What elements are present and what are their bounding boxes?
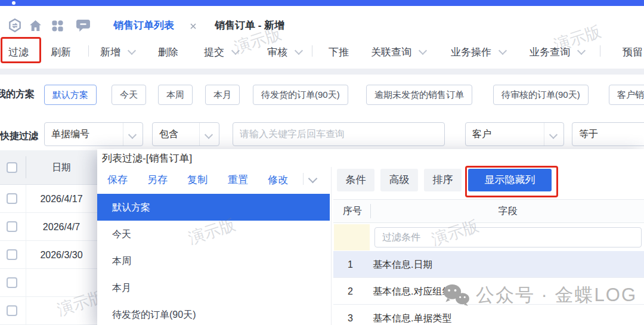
tab-sort[interactable]: 排序 [424,169,462,191]
date-cell: 2026/4/17 [26,185,97,213]
scheme-item-today[interactable]: 今天 [97,221,330,247]
seq-column-header: 序号 [343,200,362,222]
grid-filter-input[interactable] [374,227,642,247]
title-strip [0,0,644,6]
keyword-search-input[interactable] [233,122,445,146]
dialog-title: 列表过滤-[销售订单] [102,151,192,165]
scheme-chip-today[interactable]: 今天 [112,85,146,105]
toolbar-divider [312,45,312,57]
chevron-down-icon [544,123,564,146]
tab-advanced[interactable]: 高级 [380,169,418,191]
copy-button[interactable]: 复制 [187,173,208,187]
scheme-chip-to-audit-90d[interactable]: 待审核的订单(90天) [493,85,589,105]
my-schemes-label: 我的方案 [0,88,35,101]
scheme-chip-to-ship-90d[interactable]: 待发货的订单(90天) [253,85,348,105]
audit-button[interactable]: 审核 [267,45,302,59]
date-column-header: 日期 [26,150,97,185]
operator-select[interactable]: 包含 [152,122,219,146]
tab-show-hide-columns[interactable]: 显示隐藏列 [468,169,552,191]
row-checkbox[interactable] [7,193,17,204]
scheme-item-this-month[interactable]: 本月 [97,274,330,301]
filter-button[interactable]: 过滤 [8,45,29,59]
save-as-button[interactable]: 另存 [147,173,168,187]
row-checkbox[interactable] [7,305,17,316]
row-checkbox[interactable] [7,249,17,260]
field-name: 基本信息.对应组织 [373,278,451,305]
save-button[interactable]: 保存 [107,173,128,187]
chevron-down-icon [295,47,303,55]
related-query-button[interactable]: 关联查询 [371,45,426,59]
date-cell [26,297,97,325]
row-checkbox[interactable] [7,277,17,288]
field-name: 基本信息.单据类型 [373,305,451,325]
app-window: 销售订单列表 销售订单 - 新增 过滤 刷新 新增 删除 提交 审核 下推 关联… [0,0,644,325]
equals-operator-select[interactable]: 等于 [572,122,644,146]
business-operation-button[interactable]: 业务操作 [451,45,506,59]
field-column-header: 字段 [371,200,644,222]
chevron-down-icon[interactable] [308,174,318,184]
list-filter-dialog: 列表过滤-[销售订单] 保存 另存 复制 重置 修改 默认方案 今天 本周 本月… [97,149,644,325]
chevron-down-icon [128,47,136,55]
quick-filter-label: 快捷过滤 [0,130,38,143]
scheme-chip-this-week[interactable]: 本周 [158,85,193,105]
dialog-grid-header: 序号 字段 [333,199,644,223]
column-divider [370,204,371,218]
chevron-down-icon [419,47,427,55]
reserve-button[interactable]: 预留 [623,45,643,59]
row-checkbox[interactable] [7,221,17,232]
section-divider [0,69,644,75]
scheme-chip-customer-sales[interactable]: 客户销 [609,85,644,105]
dialog-toolbar-divider [303,173,304,185]
business-query-button[interactable]: 业务查询 [530,45,584,59]
field-row[interactable]: 3 基本信息.单据类型 [333,305,644,325]
date-cell: 2026/4/7 [26,213,97,241]
chevron-down-icon [231,47,240,55]
window-dot [12,1,16,5]
chevron-down-icon [123,123,143,146]
scheme-item-default[interactable]: 默认方案 [97,194,330,221]
scheme-chip-this-month[interactable]: 本月 [205,85,240,105]
new-button[interactable]: 新增 [100,45,135,59]
main-toolbar: 过滤 刷新 新增 删除 提交 审核 下推 关联查询 业务操作 业务查询 预留 [0,33,644,69]
refresh-button[interactable]: 刷新 [51,45,71,59]
panel-divider [331,167,332,325]
chevron-down-icon [577,47,586,55]
scheme-chip-overdue-unshipped[interactable]: 逾期未发货的销售订单 [366,85,472,105]
tab-close-icon[interactable] [190,21,197,32]
field-row[interactable]: 1 基本信息.日期 [333,251,644,278]
push-down-button[interactable]: 下推 [329,45,349,59]
field-select[interactable]: 单据编号 [44,122,143,146]
tab-sales-order-new[interactable]: 销售订单 - 新增 [215,18,284,32]
tab-condition[interactable]: 条件 [337,169,374,191]
field-name: 基本信息.日期 [373,251,432,278]
toolbar-divider [88,45,89,57]
date-cell [26,269,97,297]
scheme-item-this-week[interactable]: 本周 [97,247,330,274]
toolbar-divider [600,45,600,57]
filter-seq-cell[interactable] [334,224,370,250]
scheme-chip-default[interactable]: 默认方案 [44,85,97,105]
customer-field-select[interactable]: 客户 [465,122,564,146]
submit-button[interactable]: 提交 [204,45,239,59]
modify-button[interactable]: 修改 [268,173,288,187]
reset-button[interactable]: 重置 [228,173,248,187]
dialog-grid-filter-row [333,223,644,251]
tab-sales-order-list[interactable]: 销售订单列表 [113,18,174,32]
chevron-down-icon [499,47,507,55]
scheme-item-to-ship-90d[interactable]: 待发货的订单(90天) [97,301,330,325]
chevron-down-icon [199,123,219,146]
app-bar: 销售订单列表 销售订单 - 新增 [0,6,644,33]
select-all-checkbox[interactable] [7,162,17,173]
date-cell: 2026/3/30 [26,241,97,269]
field-row[interactable]: 2 基本信息.对应组织 [333,278,644,305]
delete-button[interactable]: 删除 [158,45,178,59]
